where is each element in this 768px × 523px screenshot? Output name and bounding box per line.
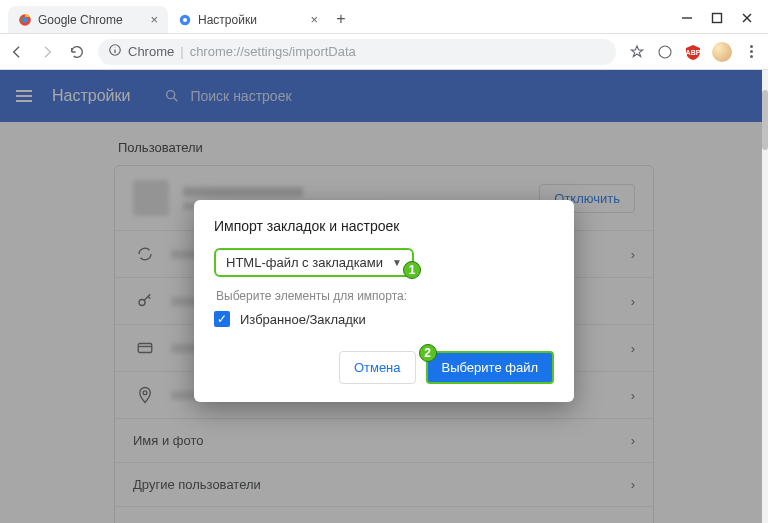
tab-strip: Google Chrome × Настройки × + — [0, 6, 680, 33]
close-tab-icon[interactable]: × — [150, 12, 158, 27]
window-titlebar: Google Chrome × Настройки × + — [0, 0, 768, 34]
settings-favicon — [178, 13, 192, 27]
minimize-icon[interactable] — [680, 11, 694, 25]
svg-point-11 — [659, 46, 671, 58]
svg-point-3 — [183, 17, 187, 21]
choose-file-button[interactable]: 2 Выберите файл — [426, 351, 554, 384]
browser-tab[interactable]: Настройки × — [168, 6, 328, 33]
yandex-ext-icon[interactable] — [656, 43, 674, 61]
profile-avatar[interactable] — [712, 42, 732, 62]
checkbox-checked-icon[interactable]: ✓ — [214, 311, 230, 327]
browser-tab[interactable]: Google Chrome × — [8, 6, 168, 33]
address-bar: Chrome | chrome://settings/importData AB… — [0, 34, 768, 70]
dropdown-triangle-icon: ▼ — [392, 257, 402, 268]
window-controls — [680, 11, 768, 33]
svg-text:ABP: ABP — [686, 49, 701, 56]
annotation-badge-1: 1 — [403, 261, 421, 279]
back-button[interactable] — [8, 43, 26, 61]
scrollbar-thumb[interactable] — [762, 90, 768, 150]
adblock-ext-icon[interactable]: ABP — [684, 43, 702, 61]
omnibox-chip: Chrome — [128, 44, 174, 59]
omnibox-url: chrome://settings/importData — [190, 44, 356, 59]
import-source-select[interactable]: HTML-файл с закладками ▼ 1 — [214, 248, 414, 277]
kebab-menu-icon[interactable] — [742, 43, 760, 61]
select-value: HTML-файл с закладками — [226, 255, 383, 270]
maximize-icon[interactable] — [710, 11, 724, 25]
tab-title: Настройки — [198, 13, 257, 27]
svg-rect-5 — [713, 14, 722, 23]
close-tab-icon[interactable]: × — [310, 12, 318, 27]
checkbox-label: Избранное/Закладки — [240, 312, 366, 327]
modal-title: Импорт закладок и настроек — [214, 218, 554, 234]
site-info-icon[interactable] — [108, 43, 122, 60]
chrome-favicon — [18, 13, 32, 27]
bookmarks-checkbox-row[interactable]: ✓ Избранное/Закладки — [214, 311, 554, 327]
tab-title: Google Chrome — [38, 13, 123, 27]
new-tab-button[interactable]: + — [328, 6, 354, 32]
close-window-icon[interactable] — [740, 11, 754, 25]
scrollbar[interactable] — [762, 70, 768, 523]
reload-button[interactable] — [68, 43, 86, 61]
forward-button[interactable] — [38, 43, 56, 61]
toolbar-extensions: ABP — [628, 42, 760, 62]
cancel-button[interactable]: Отмена — [339, 351, 416, 384]
import-modal: Импорт закладок и настроек HTML-файл с з… — [194, 200, 574, 402]
modal-hint: Выберите элементы для импорта: — [216, 289, 554, 303]
star-icon[interactable] — [628, 43, 646, 61]
annotation-badge-2: 2 — [419, 344, 437, 362]
url-input[interactable]: Chrome | chrome://settings/importData — [98, 39, 616, 65]
